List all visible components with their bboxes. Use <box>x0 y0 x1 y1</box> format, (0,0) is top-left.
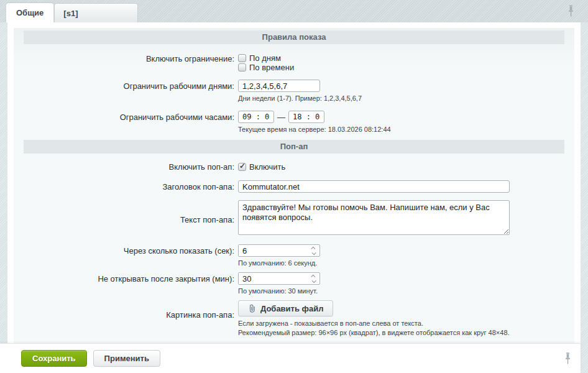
row-popup-title: Заголовок поп-апа: <box>24 180 564 193</box>
restriction-by-days-option: ✓ По дням <box>238 53 564 62</box>
work-hours-to-input[interactable] <box>288 111 324 123</box>
work-days-hint: Дни недели (1-7). Пример: 1,2,3,4,5,6,7 <box>238 94 564 103</box>
work-hours-label: Ограничить рабочими часами: <box>24 111 238 134</box>
popup-title-label: Заголовок поп-апа: <box>24 182 238 191</box>
by-time-checkbox[interactable]: ✓ <box>238 63 246 71</box>
tab-s1[interactable]: [s1] <box>54 3 138 22</box>
row-popup-image: Картинка поп-апа: Добавить файл Если заг… <box>24 300 564 337</box>
popup-enable-option: ✓ Включить <box>238 162 564 171</box>
work-days-label: Ограничить рабочими днями: <box>24 80 238 103</box>
show-delay-label: Через сколько показать (сек): <box>24 244 238 267</box>
reopen-delay-input[interactable] <box>239 273 307 284</box>
stepper-up-icon[interactable] <box>311 246 315 251</box>
show-delay-stepper <box>238 244 320 257</box>
section-display-rules-title: Правила показа <box>262 32 326 42</box>
restriction-label: Включить ограничение: <box>24 53 238 72</box>
row-show-delay: Через сколько показать (сек): По умолчан… <box>24 244 564 267</box>
show-delay-input[interactable] <box>239 245 307 256</box>
by-days-label: По дням <box>249 53 281 63</box>
row-restriction: Включить ограничение: ✓ По дням ✓ По вре… <box>24 53 564 72</box>
settings-page: Общие [s1] Правила показа Включить огран… <box>0 0 588 373</box>
add-file-button[interactable]: Добавить файл <box>238 300 333 316</box>
reopen-delay-spin-buttons[interactable] <box>307 273 319 284</box>
add-file-button-label: Добавить файл <box>260 304 323 313</box>
popup-text-label: Текст поп-апа: <box>24 213 238 224</box>
tab-s1-label: [s1] <box>63 9 78 18</box>
popup-image-hint-1: Если загружена - показывается в поп-апе … <box>238 319 564 328</box>
tab-bar: Общие [s1] <box>0 0 588 22</box>
reopen-delay-hint: По умолчанию: 30 минут. <box>238 287 564 295</box>
tab-general-label: Общие <box>16 8 44 17</box>
popup-enable-checkbox[interactable]: ✓ <box>238 163 246 171</box>
checkmark-icon: ✓ <box>239 162 246 170</box>
show-delay-hint: По умолчанию: 6 секунд. <box>238 259 564 267</box>
paperclip-icon <box>248 304 256 313</box>
section-popup: Поп-ап <box>24 140 564 154</box>
restriction-by-time-option: ✓ По времени <box>238 63 564 71</box>
form-footer: Сохранить Применить <box>0 343 581 373</box>
time-range-dash: — <box>274 113 288 122</box>
pin-icon[interactable] <box>567 5 575 17</box>
reopen-delay-label: Не открывать после закрытия (мин): <box>24 272 238 295</box>
by-time-label: По времени <box>249 63 294 72</box>
popup-text-textarea[interactable]: Здравствуйте! Мы готовы помочь Вам. Напи… <box>238 200 510 235</box>
pin-icon[interactable] <box>564 352 572 365</box>
settings-form: Правила показа Включить ограничение: ✓ П… <box>14 28 574 373</box>
row-reopen-delay: Не открывать после закрытия (мин): По ум… <box>24 272 564 295</box>
settings-panel: Правила показа Включить ограничение: ✓ П… <box>7 22 581 373</box>
work-hours-from-input[interactable] <box>238 111 274 123</box>
popup-enable-checkbox-label: Включить <box>249 162 285 172</box>
row-popup-enable: Включить поп-ап: ✓ Включить <box>24 162 564 172</box>
section-popup-title: Поп-ап <box>280 142 308 151</box>
popup-enable-label: Включить поп-ап: <box>24 162 238 172</box>
popup-title-input[interactable] <box>238 180 510 193</box>
tab-general[interactable]: Общие <box>6 3 53 22</box>
row-work-hours: Ограничить рабочими часами: — Текущее вр… <box>24 111 564 134</box>
show-delay-spin-buttons[interactable] <box>307 245 319 256</box>
popup-image-hint-2: Рекомендуемый размер: 96×96 px (квадрат)… <box>238 328 564 337</box>
row-work-days: Ограничить рабочими днями: Дни недели (1… <box>24 80 564 103</box>
server-time-hint: Текущее время на сервере: 18.03.2026 08:… <box>238 125 564 134</box>
section-display-rules: Правила показа <box>24 30 564 44</box>
work-days-input[interactable] <box>238 80 320 92</box>
popup-image-label: Картинка поп-апа: <box>24 300 238 337</box>
apply-button[interactable]: Применить <box>93 350 160 367</box>
stepper-down-icon[interactable] <box>311 279 316 283</box>
stepper-up-icon[interactable] <box>311 274 315 279</box>
by-days-checkbox[interactable]: ✓ <box>238 54 246 62</box>
reopen-delay-stepper <box>238 272 320 285</box>
save-button[interactable]: Сохранить <box>21 350 87 367</box>
row-popup-text: Текст поп-апа: Здравствуйте! Мы готовы п… <box>24 200 564 237</box>
stepper-down-icon[interactable] <box>311 251 316 255</box>
